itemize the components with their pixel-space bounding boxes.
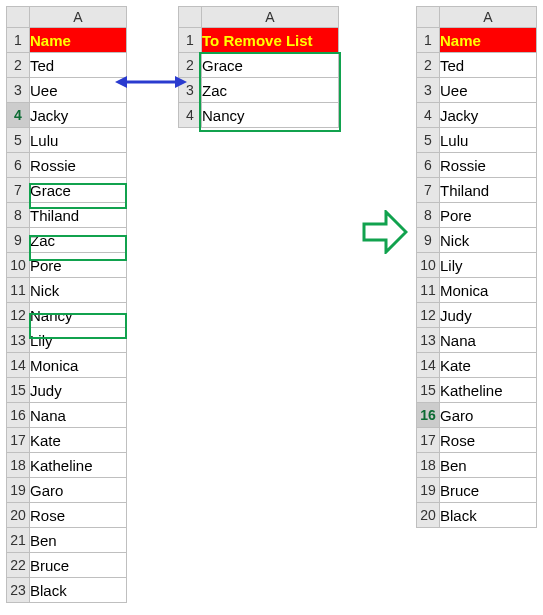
row-header[interactable]: 2	[179, 53, 202, 78]
row-header[interactable]: 17	[417, 428, 440, 453]
row-header[interactable]: 19	[7, 478, 30, 503]
data-cell[interactable]: Thiland	[30, 203, 127, 228]
data-cell[interactable]: Pore	[30, 253, 127, 278]
data-cell[interactable]: Zac	[202, 78, 339, 103]
row-header[interactable]: 2	[417, 53, 440, 78]
data-cell[interactable]: Rose	[440, 428, 537, 453]
data-cell[interactable]: Grace	[30, 178, 127, 203]
col-header[interactable]: A	[202, 7, 339, 28]
row-header[interactable]: 4	[7, 103, 30, 128]
data-cell[interactable]: Lulu	[30, 128, 127, 153]
row-header[interactable]: 18	[417, 453, 440, 478]
data-cell[interactable]: Grace	[202, 53, 339, 78]
row-header[interactable]: 16	[7, 403, 30, 428]
data-cell[interactable]: Thiland	[440, 178, 537, 203]
data-cell[interactable]: Nick	[440, 228, 537, 253]
row-header[interactable]: 3	[417, 78, 440, 103]
data-cell[interactable]: Lily	[30, 328, 127, 353]
data-cell[interactable]: Ted	[30, 53, 127, 78]
data-cell[interactable]: Ben	[440, 453, 537, 478]
row-header[interactable]: 11	[417, 278, 440, 303]
data-cell[interactable]: Garo	[440, 403, 537, 428]
data-cell[interactable]: Garo	[30, 478, 127, 503]
row-header[interactable]: 1	[417, 28, 440, 53]
row-header[interactable]: 19	[417, 478, 440, 503]
col-header[interactable]: A	[440, 7, 537, 28]
data-cell[interactable]: Lulu	[440, 128, 537, 153]
row-header[interactable]: 9	[417, 228, 440, 253]
data-cell[interactable]: Black	[30, 578, 127, 603]
row-header[interactable]: 20	[417, 503, 440, 528]
data-cell[interactable]: Monica	[440, 278, 537, 303]
data-cell[interactable]: Ted	[440, 53, 537, 78]
data-cell[interactable]: Judy	[440, 303, 537, 328]
data-cell[interactable]: Bruce	[440, 478, 537, 503]
data-cell[interactable]: Kate	[30, 428, 127, 453]
data-cell[interactable]: Black	[440, 503, 537, 528]
remove-table: A 1 To Remove List 2Grace3Zac4Nancy	[178, 6, 339, 128]
row-header[interactable]: 13	[7, 328, 30, 353]
data-cell[interactable]: Nick	[30, 278, 127, 303]
row-header[interactable]: 18	[7, 453, 30, 478]
row-header[interactable]: 7	[417, 178, 440, 203]
row-header[interactable]: 8	[7, 203, 30, 228]
data-cell[interactable]: Jacky	[440, 103, 537, 128]
row-header[interactable]: 15	[417, 378, 440, 403]
data-cell[interactable]: Uee	[30, 78, 127, 103]
row-header[interactable]: 14	[7, 353, 30, 378]
row-header[interactable]: 3	[7, 78, 30, 103]
data-cell[interactable]: Katheline	[440, 378, 537, 403]
row-header[interactable]: 23	[7, 578, 30, 603]
data-cell[interactable]: Nana	[30, 403, 127, 428]
row-header[interactable]: 6	[417, 153, 440, 178]
data-cell[interactable]: Rossie	[440, 153, 537, 178]
data-cell[interactable]: Nancy	[30, 303, 127, 328]
row-header[interactable]: 16	[417, 403, 440, 428]
row-header[interactable]: 22	[7, 553, 30, 578]
row-header[interactable]: 5	[417, 128, 440, 153]
row-header[interactable]: 21	[7, 528, 30, 553]
data-cell[interactable]: Jacky	[30, 103, 127, 128]
row-header[interactable]: 3	[179, 78, 202, 103]
header-cell[interactable]: Name	[30, 28, 127, 53]
header-cell[interactable]: To Remove List	[202, 28, 339, 53]
data-cell[interactable]: Monica	[30, 353, 127, 378]
row-header[interactable]: 17	[7, 428, 30, 453]
data-cell[interactable]: Nana	[440, 328, 537, 353]
row-header[interactable]: 12	[7, 303, 30, 328]
row-header[interactable]: 20	[7, 503, 30, 528]
row-header[interactable]: 10	[7, 253, 30, 278]
row-header[interactable]: 9	[7, 228, 30, 253]
header-cell[interactable]: Name	[440, 28, 537, 53]
data-cell[interactable]: Kate	[440, 353, 537, 378]
data-cell[interactable]: Lily	[440, 253, 537, 278]
row-header[interactable]: 8	[417, 203, 440, 228]
row-header[interactable]: 13	[417, 328, 440, 353]
col-header[interactable]: A	[30, 7, 127, 28]
row-header[interactable]: 2	[7, 53, 30, 78]
row-header[interactable]: 7	[7, 178, 30, 203]
row-header[interactable]: 4	[179, 103, 202, 128]
row-header[interactable]: 10	[417, 253, 440, 278]
row-header[interactable]: 4	[417, 103, 440, 128]
row-header[interactable]: 15	[7, 378, 30, 403]
row-header[interactable]: 1	[179, 28, 202, 53]
corner	[417, 7, 440, 28]
data-cell[interactable]: Uee	[440, 78, 537, 103]
data-cell[interactable]: Nancy	[202, 103, 339, 128]
data-cell[interactable]: Ben	[30, 528, 127, 553]
data-cell[interactable]: Katheline	[30, 453, 127, 478]
data-cell[interactable]: Judy	[30, 378, 127, 403]
data-cell[interactable]: Pore	[440, 203, 537, 228]
data-cell[interactable]: Bruce	[30, 553, 127, 578]
row-header[interactable]: 14	[417, 353, 440, 378]
row-header[interactable]: 12	[417, 303, 440, 328]
row-header[interactable]: 5	[7, 128, 30, 153]
corner	[179, 7, 202, 28]
row-header[interactable]: 6	[7, 153, 30, 178]
data-cell[interactable]: Rose	[30, 503, 127, 528]
data-cell[interactable]: Rossie	[30, 153, 127, 178]
row-header[interactable]: 11	[7, 278, 30, 303]
row-header[interactable]: 1	[7, 28, 30, 53]
data-cell[interactable]: Zac	[30, 228, 127, 253]
